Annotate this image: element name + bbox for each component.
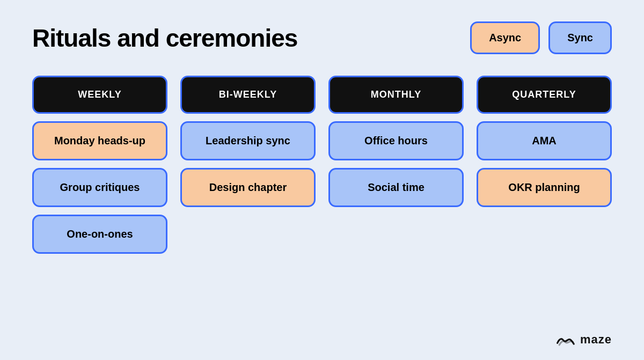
monthly-header: MONTHLY: [328, 76, 464, 114]
monthly-item-wrapper: Social time: [328, 168, 464, 207]
page-title: Rituals and ceremonies: [32, 24, 297, 53]
main-grid: WEEKLYMonday heads-upGroup critiquesOne-…: [32, 76, 612, 254]
legend: Async Sync: [470, 21, 612, 54]
weekly-item-wrapper: Group critiques: [32, 168, 167, 207]
biweekly-header-wrapper: BI-WEEKLY: [180, 76, 316, 114]
card-group-critiques[interactable]: Group critiques: [32, 168, 167, 207]
weekly-item-wrapper: One-on-ones: [32, 215, 167, 254]
card-design-chapter[interactable]: Design chapter: [180, 168, 316, 207]
quarterly-item-wrapper: OKR planning: [477, 168, 612, 207]
weekly-item-wrapper: Monday heads-up: [32, 121, 167, 160]
column-quarterly: QUARTERLYAMAOKR planning: [477, 76, 612, 254]
column-biweekly: BI-WEEKLYLeadership syncDesign chapter: [180, 76, 316, 254]
card-okr-planning[interactable]: OKR planning: [477, 168, 612, 207]
card-leadership-sync[interactable]: Leadership sync: [180, 121, 316, 160]
sync-badge[interactable]: Sync: [548, 21, 612, 54]
async-badge-wrapper: Async: [470, 21, 540, 54]
monthly-header-wrapper: MONTHLY: [328, 76, 464, 114]
card-office-hours[interactable]: Office hours: [328, 121, 464, 160]
monthly-item-wrapper: Office hours: [328, 121, 464, 160]
maze-icon: [555, 332, 575, 347]
maze-label: maze: [580, 333, 612, 347]
biweekly-item-wrapper: Design chapter: [180, 168, 316, 207]
card-ama[interactable]: AMA: [477, 121, 612, 160]
page: Rituals and ceremonies Async Sync WEEKLY…: [0, 0, 644, 360]
card-monday-heads-up[interactable]: Monday heads-up: [32, 121, 167, 160]
async-badge[interactable]: Async: [470, 21, 540, 54]
biweekly-item-wrapper: Leadership sync: [180, 121, 316, 160]
weekly-header-wrapper: WEEKLY: [32, 76, 167, 114]
quarterly-header-wrapper: QUARTERLY: [477, 76, 612, 114]
sync-badge-wrapper: Sync: [548, 21, 612, 54]
column-weekly: WEEKLYMonday heads-upGroup critiquesOne-…: [32, 76, 167, 254]
weekly-header: WEEKLY: [32, 76, 167, 114]
biweekly-header: BI-WEEKLY: [180, 76, 316, 114]
column-monthly: MONTHLYOffice hoursSocial time: [328, 76, 464, 254]
quarterly-header: QUARTERLY: [477, 76, 612, 114]
card-one-on-ones[interactable]: One-on-ones: [32, 215, 167, 254]
maze-logo: maze: [555, 332, 612, 347]
header: Rituals and ceremonies Async Sync: [32, 21, 612, 54]
card-social-time[interactable]: Social time: [328, 168, 464, 207]
quarterly-item-wrapper: AMA: [477, 121, 612, 160]
